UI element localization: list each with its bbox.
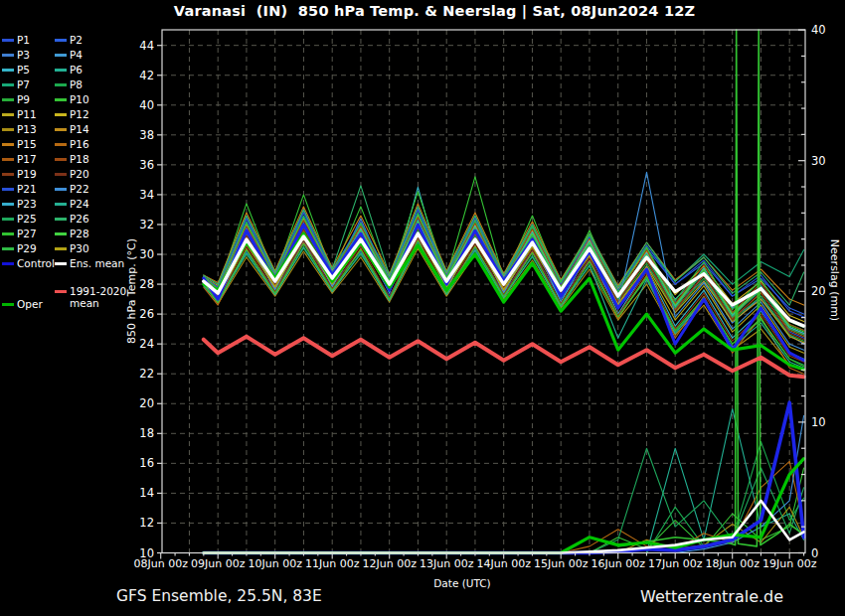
legend-item-P5-label: P5 (17, 64, 30, 77)
legend-item-P5: P5 (2, 64, 30, 77)
legend-item-P1-label: P1 (17, 34, 30, 47)
legend-item-P25-swatch (2, 218, 14, 221)
legend-item-P30: P30 (55, 242, 89, 255)
legend-item-P3-swatch (2, 54, 14, 57)
legend-item-P12-label: P12 (70, 108, 89, 121)
legend-item-P11: P11 (2, 108, 37, 121)
legend-item-P26-swatch (55, 218, 67, 221)
legend-item-P30-swatch (55, 247, 67, 250)
legend-item-P26-label: P26 (70, 213, 89, 226)
legend-item-oper-swatch (2, 303, 14, 306)
legend-item-P28-label: P28 (70, 228, 89, 240)
legend-item-P13-swatch (2, 128, 14, 131)
legend-item-P23-swatch (2, 203, 14, 206)
legend-item-P27: P27 (2, 228, 37, 240)
legend-item-P12: P12 (55, 108, 89, 121)
legend-item-P22-label: P22 (70, 183, 89, 196)
legend-item-P10: P10 (55, 93, 89, 106)
legend-item-P27-label: P27 (17, 228, 37, 240)
footer-brand: Wetterzentrale.de (640, 587, 783, 606)
legend-item-P14: P14 (55, 123, 89, 136)
legend-item-ens-mean-swatch (55, 262, 67, 265)
legend-item-P17-label: P17 (17, 153, 37, 166)
legend-item-P19-swatch (2, 173, 14, 176)
legend-item-P10-swatch (55, 98, 67, 101)
precip-tick-label: 20 (811, 284, 826, 298)
legend-item-P1: P1 (2, 34, 30, 47)
legend-item-P7-swatch (2, 83, 14, 86)
legend-item-P10-label: P10 (70, 93, 89, 106)
footer-model-info: GFS Ensemble, 25.5N, 83E (116, 587, 322, 605)
legend-item-P16-swatch (55, 143, 67, 146)
legend-item-P21: P21 (2, 183, 37, 196)
legend-item-P6-label: P6 (70, 64, 83, 77)
legend-item-ens-mean: Ens. mean (55, 257, 124, 270)
legend-item-clim-mean-swatch (55, 290, 67, 293)
legend-item-P22: P22 (55, 183, 89, 196)
legend-item-P23-label: P23 (17, 198, 37, 211)
legend-item-P13-label: P13 (17, 123, 37, 136)
legend-item-P12-swatch (55, 113, 67, 116)
legend-item-P24: P24 (55, 198, 89, 211)
legend-item-P9-label: P9 (17, 93, 30, 106)
legend-item-P21-swatch (2, 188, 14, 191)
legend-item-P17-swatch (2, 158, 14, 161)
legend-item-control-label: Control (17, 257, 55, 270)
legend-item-P26: P26 (55, 213, 89, 226)
legend-item-ens-mean-label: Ens. mean (70, 257, 124, 270)
legend-item-control-swatch (2, 262, 14, 265)
precip-tick-label: 30 (811, 154, 826, 168)
legend-item-P6: P6 (55, 64, 83, 77)
legend-item-P18-swatch (55, 158, 67, 161)
legend-item-P2: P2 (55, 34, 83, 47)
legend-item-P16-label: P16 (70, 138, 89, 151)
meteogram-window: Varanasi (IN) 850 hPa Temp. & Neerslag |… (0, 0, 845, 616)
legend-item-P6-swatch (55, 69, 67, 72)
legend-item-oper: Oper (2, 298, 43, 311)
legend-item-P19: P19 (2, 168, 37, 181)
date-tick-label: 12Jun 00z (362, 557, 417, 570)
legend-item-P25-label: P25 (17, 213, 37, 226)
right-axis-title: Neerslag (mm) (828, 239, 841, 321)
legend-item-P27-swatch (2, 232, 14, 235)
legend-item-P23: P23 (2, 198, 37, 211)
legend-item-P9: P9 (2, 93, 30, 106)
legend-item-P18-label: P18 (70, 153, 89, 166)
legend-item-P18: P18 (55, 153, 89, 166)
legend-item-P7-label: P7 (17, 78, 30, 91)
legend-item-P13: P13 (2, 123, 37, 136)
date-tick-label: 19Jun 00z (762, 557, 817, 570)
date-tick-label: 15Jun 00z (534, 557, 589, 570)
legend-item-P8-swatch (55, 83, 67, 86)
legend-item-P21-label: P21 (17, 183, 37, 196)
legend-item-P8-label: P8 (70, 78, 83, 91)
date-tick-label: 17Jun 00z (648, 557, 703, 570)
legend: P1P2P3P4P5P6P7P8P9P10P11P12P13P14P15P16P… (0, 0, 162, 616)
legend-item-P1-swatch (2, 39, 14, 42)
legend-item-P2-label: P2 (70, 34, 83, 47)
precip-tick-label: 10 (811, 415, 826, 429)
legend-item-P20-label: P20 (70, 168, 89, 181)
legend-item-P20-swatch (55, 173, 67, 176)
legend-item-P24-swatch (55, 203, 67, 206)
legend-item-P14-swatch (55, 128, 67, 131)
legend-item-P19-label: P19 (17, 168, 37, 181)
legend-item-P24-label: P24 (70, 198, 89, 211)
legend-item-P3: P3 (2, 49, 30, 62)
legend-item-P4: P4 (55, 49, 83, 62)
x-axis-title: Date (UTC) (433, 577, 490, 589)
legend-item-clim-mean-label2: mean (70, 297, 99, 309)
legend-item-P29: P29 (2, 242, 37, 255)
legend-item-P28-swatch (55, 232, 67, 235)
legend-item-P30-label: P30 (70, 242, 89, 255)
legend-item-P8: P8 (55, 78, 83, 91)
legend-item-P16: P16 (55, 138, 89, 151)
legend-item-oper-label: Oper (17, 298, 43, 311)
date-tick-label: 09Jun 00z (191, 557, 246, 570)
legend-item-P29-label: P29 (17, 242, 37, 255)
date-tick-label: 18Jun 00z (705, 557, 760, 570)
legend-item-P3-label: P3 (17, 49, 30, 62)
legend-item-P4-swatch (55, 54, 67, 57)
legend-item-P28: P28 (55, 228, 89, 240)
legend-item-P11-label: P11 (17, 108, 37, 121)
